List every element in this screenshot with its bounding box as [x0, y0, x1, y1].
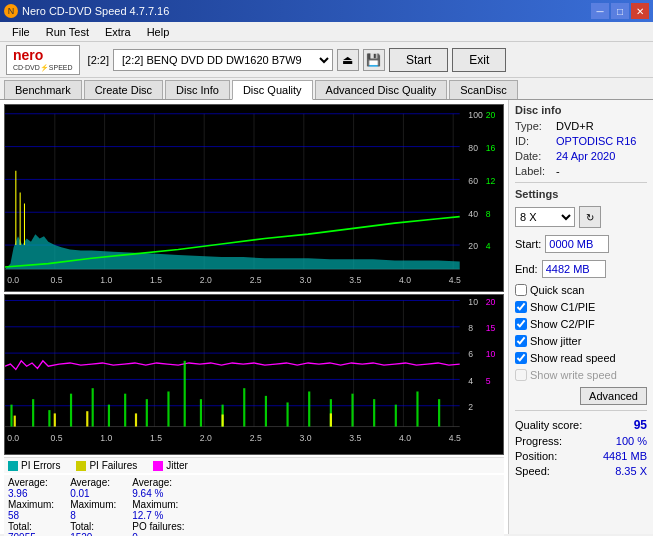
progress-row: Progress: 100 % [515, 435, 647, 447]
legend-bar: PI Errors PI Failures Jitter [4, 457, 504, 473]
svg-rect-90 [308, 392, 310, 427]
tab-scandisc[interactable]: ScanDisc [449, 80, 517, 99]
pif-avg-value: 0.01 [70, 488, 116, 499]
write-speed-checkbox[interactable] [515, 369, 527, 381]
quick-scan-checkbox[interactable] [515, 284, 527, 296]
minimize-button[interactable]: ─ [591, 3, 609, 19]
svg-text:3.0: 3.0 [299, 433, 311, 443]
svg-text:2.0: 2.0 [200, 275, 212, 285]
svg-text:5: 5 [486, 376, 491, 386]
pif-total-value: 1520 [70, 532, 116, 536]
menu-extra[interactable]: Extra [97, 24, 139, 40]
svg-text:10: 10 [486, 349, 496, 359]
svg-text:80: 80 [468, 143, 478, 153]
speed-result-value: 8.35 X [615, 465, 647, 477]
main-content: 100 80 60 40 20 20 16 12 8 4 0.0 0.5 1.0… [0, 100, 653, 534]
jitter-checkbox[interactable] [515, 335, 527, 347]
speed-select[interactable]: 8 X [515, 207, 575, 227]
svg-text:2.5: 2.5 [250, 433, 262, 443]
svg-rect-93 [373, 399, 375, 426]
menu-file[interactable]: File [4, 24, 38, 40]
tab-advanced-disc-quality[interactable]: Advanced Disc Quality [315, 80, 448, 99]
id-label: ID: [515, 135, 553, 147]
jitter-avg-value: 9.64 % [132, 488, 184, 499]
tab-disc-quality[interactable]: Disc Quality [232, 80, 313, 100]
svg-rect-96 [438, 399, 440, 426]
save-icon[interactable]: 💾 [363, 49, 385, 71]
nero-brand: nero [13, 47, 73, 63]
svg-text:40: 40 [468, 209, 478, 219]
eject-icon[interactable]: ⏏ [337, 49, 359, 71]
svg-rect-100 [135, 413, 137, 426]
drive-select[interactable]: [2:2] BENQ DVD DD DW1620 B7W9 [113, 49, 333, 71]
jitter-max-label: Maximum: [132, 499, 184, 510]
start-button[interactable]: Start [389, 48, 448, 72]
svg-rect-85 [200, 399, 202, 426]
svg-rect-95 [416, 392, 418, 427]
maximize-button[interactable]: □ [611, 3, 629, 19]
svg-text:20: 20 [486, 297, 496, 307]
quality-row: Quality score: 95 [515, 418, 647, 432]
svg-rect-98 [54, 413, 56, 426]
svg-text:1.5: 1.5 [150, 433, 162, 443]
c2pif-checkbox[interactable] [515, 318, 527, 330]
menu-help[interactable]: Help [139, 24, 178, 40]
pif-color-dot [76, 461, 86, 471]
jitter-max-value: 12.7 % [132, 510, 184, 521]
c2pif-row: Show C2/PIF [515, 318, 647, 330]
c1pie-row: Show C1/PIE [515, 301, 647, 313]
progress-label: Progress: [515, 435, 562, 447]
legend-jitter: Jitter [153, 460, 188, 471]
svg-text:0.5: 0.5 [50, 433, 62, 443]
svg-text:15: 15 [486, 323, 496, 333]
tab-disc-info[interactable]: Disc Info [165, 80, 230, 99]
tab-benchmark[interactable]: Benchmark [4, 80, 82, 99]
svg-rect-94 [395, 405, 397, 427]
jitter-stats: Average: 9.64 % Maximum: 12.7 % PO failu… [132, 477, 184, 536]
disc-label-value: - [556, 165, 560, 177]
pie-total-value: 70955 [8, 532, 54, 536]
svg-rect-76 [32, 399, 34, 426]
svg-rect-75 [10, 405, 12, 427]
app-icon: N [4, 4, 18, 18]
read-speed-checkbox[interactable] [515, 352, 527, 364]
svg-rect-77 [48, 410, 50, 426]
settings-title: Settings [515, 188, 647, 200]
exit-button[interactable]: Exit [452, 48, 506, 72]
start-mb-input[interactable] [545, 235, 609, 253]
close-button[interactable]: ✕ [631, 3, 649, 19]
svg-text:20: 20 [468, 241, 478, 251]
refresh-icon[interactable]: ↻ [579, 206, 601, 228]
svg-text:12: 12 [486, 176, 496, 186]
svg-text:4.0: 4.0 [399, 433, 411, 443]
end-mb-input[interactable] [542, 260, 606, 278]
svg-text:8: 8 [468, 323, 473, 333]
menu-run-test[interactable]: Run Test [38, 24, 97, 40]
svg-rect-89 [286, 402, 288, 426]
svg-rect-87 [243, 388, 245, 426]
nero-logo: nero CD·DVD⚡SPEED [6, 45, 80, 75]
pie-total-label: Total: [8, 521, 54, 532]
pif-max-value: 8 [70, 510, 116, 521]
svg-text:8: 8 [486, 209, 491, 219]
quick-scan-row: Quick scan [515, 284, 647, 296]
svg-text:6: 6 [468, 349, 473, 359]
svg-text:0.0: 0.0 [7, 433, 19, 443]
quality-score-value: 95 [634, 418, 647, 432]
svg-rect-83 [167, 392, 169, 427]
quality-score-label: Quality score: [515, 419, 582, 431]
disc-date-row: Date: 24 Apr 2020 [515, 150, 647, 162]
svg-text:1.0: 1.0 [100, 433, 112, 443]
read-speed-row: Show read speed [515, 352, 647, 364]
svg-text:4.0: 4.0 [399, 275, 411, 285]
pof-label: PO failures: [132, 521, 184, 532]
end-mb-label: End: [515, 263, 538, 275]
write-speed-label: Show write speed [530, 369, 617, 381]
advanced-button[interactable]: Advanced [580, 387, 647, 405]
svg-rect-88 [265, 396, 267, 427]
svg-text:10: 10 [468, 297, 478, 307]
c1pie-checkbox[interactable] [515, 301, 527, 313]
tab-create-disc[interactable]: Create Disc [84, 80, 163, 99]
pie-legend-label: PI Errors [21, 460, 60, 471]
svg-text:100: 100 [468, 110, 483, 120]
